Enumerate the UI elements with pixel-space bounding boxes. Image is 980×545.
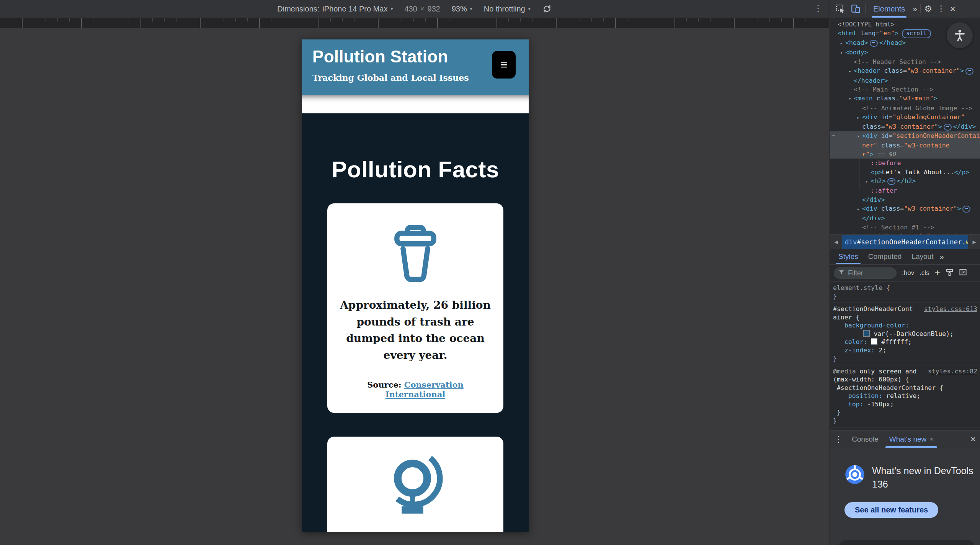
style-filter-input[interactable]: Filter <box>834 267 897 279</box>
color-swatch[interactable] <box>863 330 870 337</box>
collapsed-children-icon[interactable]: ⋯ <box>962 206 970 213</box>
color-swatch[interactable] <box>871 338 877 345</box>
dom-tree-row[interactable]: ▸<div class="w3-container">⋯ <box>830 204 980 214</box>
inspect-element-icon[interactable] <box>835 3 846 15</box>
code-token: </p> <box>954 169 970 176</box>
ruler-tick <box>829 18 829 21</box>
emulated-device-viewport: Pollution Station Tracking Global and Lo… <box>302 39 529 532</box>
css-token: 2; <box>879 347 886 354</box>
device-select[interactable]: Dimensions: iPhone 14 Pro Max ▾ <box>277 5 393 13</box>
dom-tree-row[interactable]: ::before <box>830 159 980 167</box>
css-rule-block[interactable]: styles.css:613#sectionOneHeaderContainer… <box>830 303 980 365</box>
viewport-width-input[interactable]: 430 <box>404 5 417 13</box>
breadcrumb-forward-icon[interactable]: ▶ <box>968 235 980 249</box>
expand-arrow-icon[interactable]: ▸ <box>863 177 871 186</box>
toggle-class-button[interactable]: .cls <box>920 269 929 277</box>
ruler-tick <box>461 18 461 21</box>
tab-computed[interactable]: Computed <box>864 249 906 264</box>
tab-whats-new[interactable]: What's new × <box>884 431 939 448</box>
css-rule-block[interactable]: styles.css:82@media only screen and(max-… <box>830 365 980 428</box>
dom-tree-row[interactable]: ⋯▾<div id="sectionOneHeaderContai <box>830 131 980 141</box>
dom-tree-row[interactable]: ▾<body> <box>830 48 980 57</box>
devtools-panel: Elements » ⚙ ⋮ × <!DOCTYPE html><html la… <box>830 0 980 545</box>
css-rule-block[interactable]: element.style {} <box>830 282 980 303</box>
dom-tree-row[interactable]: ::after <box>830 186 980 195</box>
expand-arrow-icon[interactable]: ▸ <box>838 39 845 48</box>
drawer-menu-kebab-icon[interactable]: ⋮ <box>835 435 843 444</box>
dom-tree-row[interactable]: <!-- Main Section --> <box>830 85 980 94</box>
row-overflow-dots[interactable]: ⋯ <box>831 131 835 140</box>
breadcrumb-selected-node[interactable]: div#sectionOneHeaderContainer.w3 <box>842 235 968 249</box>
css-line: background-color: <box>833 321 977 330</box>
ruler-tick <box>722 18 722 21</box>
dom-tree-row[interactable]: <!-- Animated Globe Image --> <box>830 104 980 113</box>
devtools-menu-kebab-icon[interactable]: ⋮ <box>937 4 945 14</box>
css-token <box>833 330 863 337</box>
dom-tree-row[interactable]: ▾<main class="w3-main"> <box>830 94 980 103</box>
breadcrumb-back-icon[interactable]: ◀ <box>830 235 842 249</box>
tab-elements[interactable]: Elements <box>869 0 909 18</box>
toggle-device-toolbar-icon[interactable] <box>850 3 861 15</box>
code-token: lang <box>857 29 876 37</box>
rendering-paint-icon[interactable] <box>946 268 954 278</box>
collapsed-children-icon[interactable]: ⋯ <box>870 40 878 47</box>
dom-tree-row[interactable]: ner" class="w3-containe <box>830 141 980 150</box>
dom-tree-row[interactable]: ▸<h2>⋯</h2> <box>830 177 980 186</box>
more-style-tabs-chevrons-icon[interactable]: » <box>939 252 943 261</box>
scroll-badge[interactable]: scroll <box>902 29 931 38</box>
stylesheet-source-link[interactable]: styles.css:82 <box>928 367 977 376</box>
dom-tree-row[interactable]: ▸<div id="globeImgContainer" <box>830 113 980 122</box>
dom-tree-row[interactable]: </div> <box>830 195 980 204</box>
see-all-new-features-button[interactable]: See all new features <box>844 502 938 518</box>
expand-arrow-icon[interactable]: ▾ <box>838 49 845 57</box>
toggle-pseudo-state-button[interactable]: :hov <box>902 269 914 277</box>
collapsed-children-icon[interactable]: ⋯ <box>887 178 895 185</box>
collapsed-children-icon[interactable]: ⋯ <box>944 124 952 131</box>
dom-tree-row[interactable]: <!-- Header Section --> <box>830 57 980 66</box>
collapsed-children-icon[interactable]: ⋯ <box>965 68 973 75</box>
dom-tree-row[interactable]: <p>Let's Talk About...</p> <box>830 168 980 177</box>
zoom-select[interactable]: 93% ▾ <box>452 5 472 13</box>
ruler-tick <box>81 18 82 28</box>
tab-layout[interactable]: Layout <box>908 249 937 264</box>
expand-arrow-icon[interactable]: ▾ <box>854 132 862 141</box>
css-rule-block[interactable]: w3.css:110.w3-container, .w3-panel{ <box>830 427 980 430</box>
dom-tree-row[interactable]: </header> <box>830 76 980 85</box>
ruler-tick <box>200 18 201 28</box>
dom-tree-row[interactable]: r"> == $0 <box>830 150 980 159</box>
close-drawer-icon[interactable]: × <box>970 434 976 445</box>
throttling-select[interactable]: No throttling ▾ <box>484 5 531 13</box>
ruler-tick <box>508 18 509 21</box>
tab-styles[interactable]: Styles <box>835 249 862 264</box>
expand-arrow-icon[interactable]: ▸ <box>854 113 862 122</box>
dom-tree-row[interactable]: class="w3-container">⋯</div> <box>830 122 980 131</box>
accessibility-person-icon[interactable] <box>947 22 973 48</box>
close-devtools-icon[interactable]: × <box>950 3 956 15</box>
code-token: </head> <box>879 39 906 46</box>
viewport-height-input[interactable]: 932 <box>427 5 440 13</box>
hamburger-menu-button[interactable]: ≡ <box>492 51 516 79</box>
breadcrumb: ◀ div#sectionOneHeaderContainer.w3 ▶ <box>830 234 980 249</box>
device-toolbar-menu-kebab-icon[interactable]: ⋮ <box>812 3 824 14</box>
dom-tree-row[interactable]: </div> <box>830 214 980 223</box>
dock-sidebar-icon[interactable] <box>959 268 967 278</box>
chevron-down-icon: ▾ <box>390 6 393 11</box>
ruler-tick <box>93 18 93 21</box>
settings-gear-icon[interactable]: ⚙ <box>924 4 933 14</box>
ruler-tick <box>746 18 746 21</box>
dom-tree-row[interactable]: ▸<header class="w3-container">⋯ <box>830 66 980 76</box>
expand-arrow-icon[interactable]: ▸ <box>846 67 854 76</box>
rotate-icon[interactable] <box>542 4 552 14</box>
expand-arrow-icon[interactable]: ▾ <box>846 95 854 103</box>
whats-new-highlight-card[interactable]: new See the highlights <box>838 540 975 545</box>
ruler-tick <box>46 18 46 21</box>
tab-console[interactable]: Console <box>846 431 884 448</box>
expand-arrow-icon[interactable]: ▸ <box>854 205 862 214</box>
page-title: Pollution Facts <box>302 156 529 183</box>
dom-tree-row[interactable]: <!-- Section #1 --> <box>830 223 980 232</box>
code-token: r" <box>862 151 870 158</box>
more-tabs-chevrons-icon[interactable]: » <box>913 5 916 13</box>
stylesheet-source-link[interactable]: styles.css:613 <box>924 305 977 313</box>
close-tab-icon[interactable]: × <box>929 435 933 443</box>
new-style-rule-button[interactable]: + <box>935 271 940 275</box>
